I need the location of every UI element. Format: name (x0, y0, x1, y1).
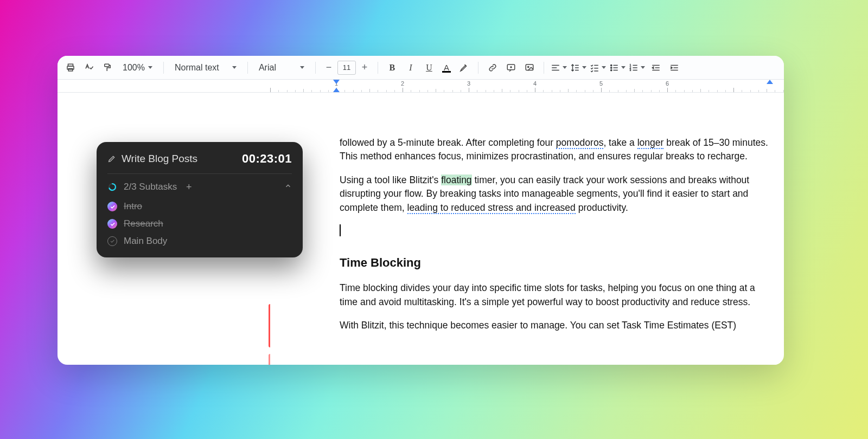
ruler-tick (394, 90, 395, 92)
highlight-color-button[interactable] (456, 60, 471, 75)
separator (544, 62, 544, 74)
add-subtask-button[interactable]: + (183, 182, 194, 192)
collapse-toggle[interactable] (284, 182, 292, 192)
paragraph[interactable]: followed by a 5-minute break. After comp… (340, 136, 774, 164)
checklist-dropdown[interactable] (590, 63, 606, 73)
ruler-tick (543, 90, 544, 92)
subtask-item[interactable]: Main Body (107, 236, 292, 247)
ruler-tick (642, 90, 643, 92)
paragraph-style-value: Normal text (175, 63, 219, 73)
subtask-label: Main Body (124, 236, 167, 247)
decrease-font-size-button[interactable]: − (322, 61, 335, 74)
paragraph[interactable]: Using a tool like Blitzit's floating tim… (340, 173, 774, 215)
paragraph[interactable]: With Blitzit, this technique becomes eas… (340, 319, 774, 332)
subtask-item[interactable]: Research (107, 218, 292, 229)
separator (315, 62, 316, 74)
document-page: followed by a 5-minute break. After comp… (270, 93, 780, 365)
ruler-tick (725, 90, 726, 92)
spellcheck-underline[interactable]: longer (637, 137, 664, 149)
svg-point-8 (611, 67, 612, 68)
svg-rect-3 (105, 64, 109, 67)
caret-down-icon (232, 66, 237, 69)
ruler-tick (403, 88, 403, 92)
caret-down-icon (641, 66, 645, 69)
text-run: , take a (603, 137, 637, 148)
print-button[interactable] (63, 60, 78, 75)
line-spacing-dropdown[interactable] (570, 63, 586, 73)
ruler-tick (502, 89, 502, 92)
grammar-underline[interactable]: leading to reduced stress and increased (407, 202, 576, 214)
right-indent-marker[interactable] (767, 80, 773, 84)
checkbox-checked-icon[interactable] (107, 202, 117, 211)
first-line-indent-marker[interactable] (333, 80, 340, 84)
add-comment-button[interactable] (503, 60, 519, 75)
paragraph-style-dropdown[interactable]: Normal text (170, 60, 241, 76)
ruler-tick (758, 90, 759, 92)
separator (378, 62, 378, 74)
ruler-tick (568, 89, 569, 92)
ruler-number: 4 (533, 80, 537, 87)
subtask-label: Research (124, 218, 163, 229)
italic-button[interactable]: I (403, 60, 418, 75)
checkbox-unchecked-icon[interactable] (107, 236, 117, 246)
paragraph[interactable]: Time blocking divides your day into spec… (340, 281, 774, 309)
ruler-tick (378, 90, 378, 92)
widget-header: Write Blog Posts 00:23:01 (107, 152, 292, 174)
numbered-list-dropdown[interactable]: 123 (629, 63, 645, 73)
floating-timer-widget[interactable]: Write Blog Posts 00:23:01 2/3 Subtasks +… (97, 142, 303, 257)
font-family-dropdown[interactable]: Arial (254, 60, 309, 76)
ruler-tick (717, 90, 718, 92)
horizontal-ruler[interactable]: 123456 (58, 80, 784, 93)
text-color-button[interactable]: A (440, 61, 453, 74)
ruler-tick (519, 90, 519, 92)
ruler-tick (510, 90, 510, 92)
ruler-tick (601, 88, 602, 92)
ruler-tick (692, 90, 693, 92)
ruler-tick (486, 90, 486, 92)
align-dropdown[interactable] (551, 63, 567, 73)
text-run: Using a tool like Blitzit's (340, 175, 441, 185)
desktop-background: 100% Normal text Arial − 11 + (0, 0, 868, 439)
ruler-tick (477, 90, 477, 92)
spellcheck-button[interactable] (81, 60, 97, 75)
widget-title: Write Blog Posts (122, 153, 197, 165)
ruler-tick (419, 90, 420, 92)
spellcheck-underline[interactable]: pomodoros (556, 137, 604, 149)
paragraph[interactable] (340, 224, 774, 238)
ruler-tick (750, 90, 751, 92)
ruler-tick (675, 90, 676, 92)
subtask-item[interactable]: Intro (107, 201, 292, 212)
ruler-tick (295, 90, 296, 92)
paint-format-button[interactable] (100, 60, 115, 75)
highlighted-text[interactable]: floating (441, 175, 471, 185)
ruler-tick (444, 90, 444, 92)
ruler-tick (527, 90, 527, 92)
ruler-tick (634, 89, 635, 92)
separator (247, 62, 248, 74)
bulleted-list-dropdown[interactable] (609, 63, 626, 73)
toolbar: 100% Normal text Arial − 11 + (58, 56, 784, 80)
document-body[interactable]: followed by a 5-minute break. After comp… (340, 136, 774, 342)
insert-link-button[interactable] (485, 60, 500, 75)
left-indent-marker[interactable] (333, 88, 340, 92)
bold-button[interactable]: B (385, 60, 400, 75)
heading[interactable]: Time Blocking (340, 254, 774, 272)
checkbox-checked-icon[interactable] (107, 219, 117, 229)
ruler-tick (344, 90, 345, 92)
ruler-tick (651, 90, 652, 92)
font-size-input[interactable]: 11 (337, 61, 356, 75)
underline-button[interactable]: U (422, 60, 437, 75)
insert-image-button[interactable] (522, 60, 537, 75)
caret-down-icon (148, 66, 152, 69)
decrease-indent-button[interactable] (648, 60, 663, 75)
ruler-tick (469, 88, 469, 92)
ruler-tick (411, 90, 411, 92)
svg-point-6 (528, 66, 529, 67)
font-size-group: − 11 + (322, 61, 371, 75)
subtask-list: IntroResearchMain Body (107, 198, 292, 247)
ruler-tick (709, 90, 709, 92)
zoom-dropdown[interactable]: 100% (118, 60, 157, 76)
increase-font-size-button[interactable]: + (358, 61, 371, 74)
ruler-tick (328, 90, 329, 92)
increase-indent-button[interactable] (667, 60, 682, 75)
